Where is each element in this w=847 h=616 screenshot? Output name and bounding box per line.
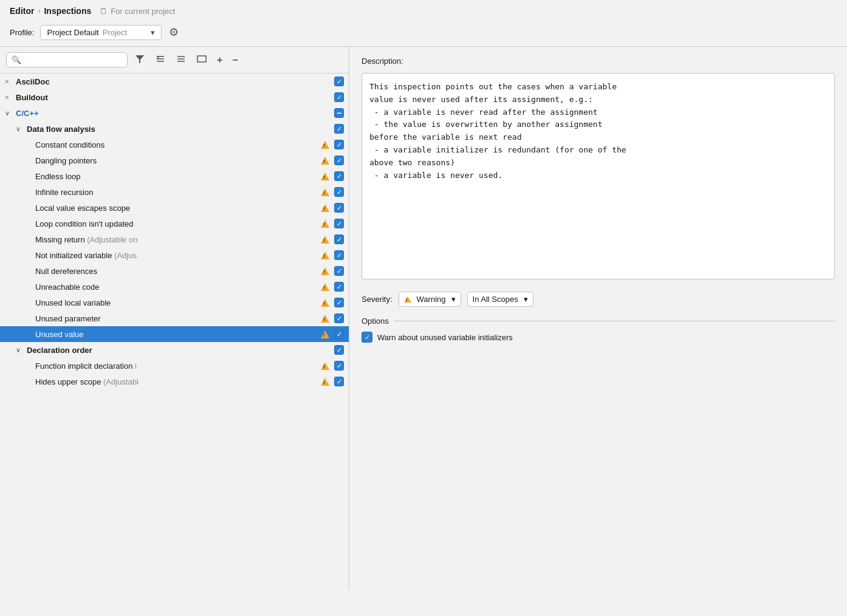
label-unusedlocal: Unused local variable <box>35 298 318 307</box>
options-title: Options <box>362 317 389 326</box>
tree-item-unusedvalue[interactable]: Unused value ! ✓ <box>0 326 349 342</box>
toggle-buildout[interactable] <box>5 94 13 101</box>
checkbox-notinit[interactable]: ✓ <box>334 250 344 260</box>
toggle-asciidoc[interactable] <box>5 78 13 85</box>
warning-icon-constant: ! <box>321 141 329 149</box>
remove-icon: − <box>232 55 238 65</box>
option1-checkbox[interactable]: ✓ <box>362 332 372 343</box>
scope-chevron: ▾ <box>524 295 528 304</box>
tree-item-missingreturn[interactable]: Missing return (Adjustable on ! ✓ <box>0 231 349 247</box>
label-notinit: Not initialized variable (Adjus <box>35 251 318 260</box>
project-text: For current project <box>111 7 175 16</box>
checkbox-funcimplicit[interactable]: ✓ <box>334 361 344 371</box>
toggle-dataflow[interactable] <box>16 125 24 133</box>
tree-item-asciidoc[interactable]: AsciiDoc ✓ <box>0 74 349 89</box>
tree-item-buildout[interactable]: Buildout ✓ <box>0 89 349 105</box>
checkbox-localvalue[interactable]: ✓ <box>334 203 344 213</box>
label-funcimplicit: Function implicit declaration i <box>35 361 318 371</box>
tree-item-dangling[interactable]: Dangling pointers ! ✓ <box>0 152 349 168</box>
left-panel: 🔍 <box>0 47 349 590</box>
tree-item-localvalue[interactable]: Local value escapes scope ! ✓ <box>0 200 349 216</box>
tree-item-notinit[interactable]: Not initialized variable (Adjus ! ✓ <box>0 247 349 263</box>
description-box: This inspection points out the cases whe… <box>362 73 835 279</box>
warning-severity-icon: ! <box>404 296 411 303</box>
label-missingreturn: Missing return (Adjustable on <box>35 235 318 244</box>
profile-sub: Project <box>103 28 127 37</box>
label-unusedvalue: Unused value <box>35 330 318 339</box>
option1-label: Warn about unused variable initializers <box>377 333 513 342</box>
warning-icon-loopcond: ! <box>321 220 329 228</box>
checkbox-unusedvalue[interactable]: ✓ <box>334 329 344 339</box>
tree-item-dataflow[interactable]: Data flow analysis ✓ <box>0 121 349 137</box>
severity-row: Severity: ! Warning ▾ In All Scopes ▾ <box>362 292 835 307</box>
tree-item-loopcond[interactable]: Loop condition isn't updated ! ✓ <box>0 216 349 231</box>
frame-button[interactable] <box>193 52 210 68</box>
label-asciidoc: AsciiDoc <box>16 77 332 86</box>
toggle-declorder[interactable] <box>16 346 24 354</box>
warning-icon-missingreturn: ! <box>321 236 329 244</box>
tree-item-funcimplicit[interactable]: Function implicit declaration i ! ✓ <box>0 358 349 374</box>
tree-item-declorder[interactable]: Declaration order ✓ <box>0 342 349 358</box>
gear-button[interactable]: ⚙ <box>168 24 180 40</box>
label-declorder: Declaration order <box>27 346 332 355</box>
tree-item-unusedparam[interactable]: Unused parameter ! ✓ <box>0 310 349 326</box>
checkbox-constant[interactable]: ✓ <box>334 140 344 149</box>
main-container: Editor › Inspections 🗒 For current proje… <box>0 0 847 590</box>
tree-item-cpp[interactable]: C/C++ − <box>0 105 349 121</box>
scope-dropdown[interactable]: In All Scopes ▾ <box>467 292 533 307</box>
checkbox-loopcond[interactable]: ✓ <box>334 219 344 228</box>
search-icon: 🔍 <box>12 55 21 64</box>
collapse-all-button[interactable] <box>173 52 190 68</box>
tree-item-nullderef[interactable]: Null dereferences ! ✓ <box>0 263 349 279</box>
profile-dropdown[interactable]: Project Default Project ▾ <box>40 25 162 40</box>
warning-icon-unusedparam: ! <box>321 315 329 323</box>
checkbox-unreachable[interactable]: ✓ <box>334 282 344 292</box>
editor-label: Editor <box>10 6 34 16</box>
search-box[interactable]: 🔍 <box>6 52 128 67</box>
checkbox-asciidoc[interactable]: ✓ <box>334 77 344 86</box>
tree-item-infinite[interactable]: Infinite recursion ! ✓ <box>0 184 349 200</box>
tree-item-unusedlocal[interactable]: Unused local variable ! ✓ <box>0 295 349 310</box>
right-panel: Description: This inspection points out … <box>349 47 847 590</box>
checkbox-cpp[interactable]: − <box>334 108 344 118</box>
label-dangling: Dangling pointers <box>35 156 318 165</box>
breadcrumb: Editor › Inspections 🗒 For current proje… <box>0 0 847 21</box>
remove-button[interactable]: − <box>229 53 241 67</box>
profile-row: Profile: Project Default Project ▾ ⚙ <box>0 21 847 46</box>
project-icon: 🗒 <box>100 7 108 16</box>
filter-button[interactable] <box>131 52 148 68</box>
warning-icon-unusedlocal: ! <box>321 299 329 307</box>
content-area: 🔍 <box>0 47 847 590</box>
checkbox-nullderef[interactable]: ✓ <box>334 266 344 276</box>
label-endless: Endless loop <box>35 172 318 181</box>
checkbox-infinite[interactable]: ✓ <box>334 187 344 197</box>
add-icon: + <box>217 55 222 65</box>
warning-icon-nullderef: ! <box>321 267 329 275</box>
checkbox-declorder[interactable]: ✓ <box>334 345 344 355</box>
tree-item-unreachable[interactable]: Unreachable code ! ✓ <box>0 279 349 295</box>
checkbox-hidesscope[interactable]: ✓ <box>334 377 344 386</box>
chevron-down-icon: ▾ <box>151 28 155 37</box>
severity-dropdown[interactable]: ! Warning ▾ <box>399 292 461 307</box>
checkbox-unusedlocal[interactable]: ✓ <box>334 298 344 307</box>
checkbox-dangling[interactable]: ✓ <box>334 156 344 165</box>
breadcrumb-chevron: › <box>38 7 40 15</box>
warning-icon-unreachable: ! <box>321 283 329 291</box>
toggle-cpp[interactable] <box>5 109 13 117</box>
checkbox-missingreturn[interactable]: ✓ <box>334 234 344 244</box>
checkbox-dataflow[interactable]: ✓ <box>334 124 344 134</box>
project-label: 🗒 For current project <box>100 7 175 16</box>
expand-all-button[interactable] <box>152 52 169 68</box>
search-input[interactable] <box>24 55 109 64</box>
checkbox-unusedparam[interactable]: ✓ <box>334 313 344 323</box>
checkbox-buildout[interactable]: ✓ <box>334 92 344 102</box>
checkbox-endless[interactable]: ✓ <box>334 171 344 181</box>
add-button[interactable]: + <box>214 53 225 67</box>
severity-value: Warning <box>417 295 446 304</box>
tree-item-hidesscope[interactable]: Hides upper scope (Adjustabl ! ✓ <box>0 374 349 389</box>
warning-icon-endless: ! <box>321 173 329 180</box>
tree-item-endless[interactable]: Endless loop ! ✓ <box>0 168 349 184</box>
tree-item-constant[interactable]: Constant conditions ! ✓ <box>0 137 349 152</box>
label-loopcond: Loop condition isn't updated <box>35 219 318 228</box>
warning-icon-funcimplicit: ! <box>321 362 329 370</box>
